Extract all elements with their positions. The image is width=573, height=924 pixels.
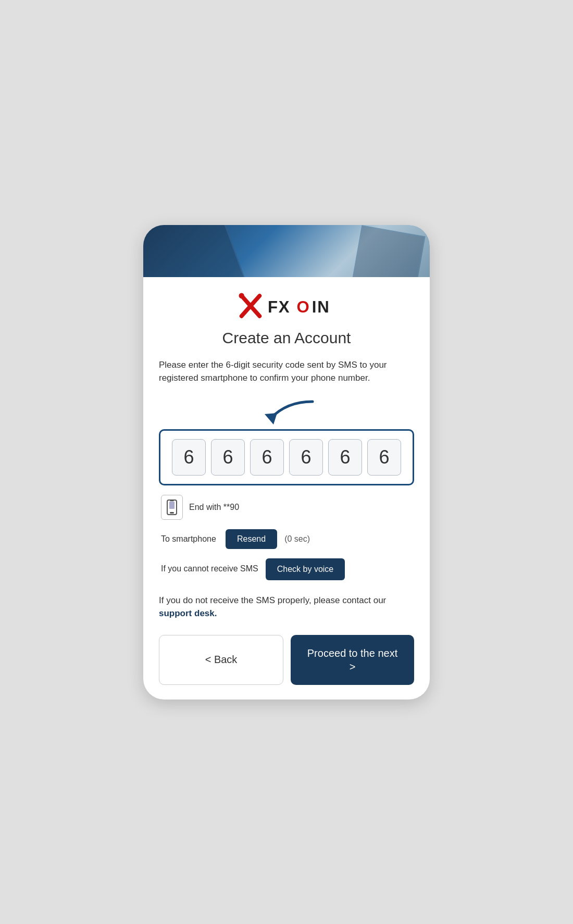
- phone-frame: FX O IN Create an Account Please enter t…: [143, 225, 430, 700]
- check-by-voice-button[interactable]: Check by voice: [266, 558, 345, 580]
- code-input-box[interactable]: 6 6 6 6 6 6: [159, 429, 414, 485]
- digit-1[interactable]: 6: [172, 439, 206, 476]
- page-title: Create an Account: [159, 329, 414, 347]
- svg-text:O: O: [296, 297, 310, 316]
- hero-image: [143, 225, 430, 277]
- next-button[interactable]: Proceed to the next >: [291, 635, 414, 685]
- svg-point-2: [239, 293, 244, 298]
- arrow-icon: [255, 397, 318, 426]
- arrow-area: [159, 397, 414, 426]
- phone-info-row: End with **90: [159, 495, 414, 520]
- resend-timer: (0 sec): [284, 534, 310, 544]
- svg-marker-6: [265, 413, 277, 424]
- svg-text:FX: FX: [268, 297, 290, 316]
- svg-text:IN: IN: [312, 297, 330, 316]
- description-text: Please enter the 6-digit security code s…: [159, 358, 414, 385]
- digit-3[interactable]: 6: [250, 439, 284, 476]
- resend-label: To smartphone: [161, 534, 218, 544]
- support-text: If you do not receive the SMS properly, …: [159, 594, 414, 620]
- digit-5[interactable]: 6: [328, 439, 362, 476]
- voice-label: If you cannot receive SMS: [161, 563, 258, 575]
- digit-6[interactable]: 6: [367, 439, 401, 476]
- svg-rect-8: [170, 512, 174, 514]
- end-with-text: End with **90: [189, 503, 239, 512]
- digit-2[interactable]: 6: [211, 439, 245, 476]
- voice-row: If you cannot receive SMS Check by voice: [159, 558, 414, 580]
- phone-device-icon: [161, 495, 183, 520]
- support-desk-link[interactable]: support desk.: [159, 608, 217, 618]
- svg-rect-9: [169, 502, 175, 509]
- fxon-logo: FX O IN: [237, 292, 337, 319]
- resend-button[interactable]: Resend: [226, 529, 277, 549]
- back-button[interactable]: < Back: [159, 635, 283, 685]
- button-row: < Back Proceed to the next >: [159, 635, 414, 700]
- resend-row: To smartphone Resend (0 sec): [159, 529, 414, 549]
- digit-4[interactable]: 6: [289, 439, 323, 476]
- logo-area: FX O IN: [159, 292, 414, 319]
